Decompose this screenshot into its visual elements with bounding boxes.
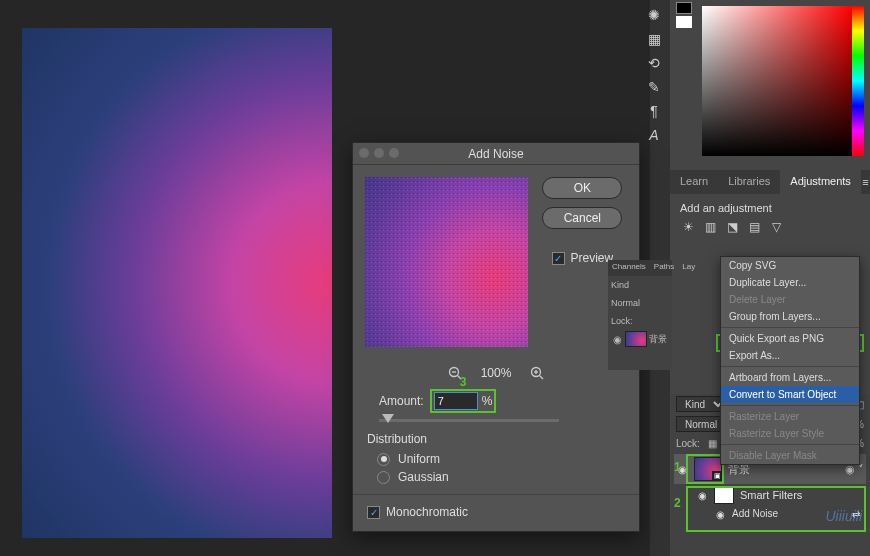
adjustments-title: Add an adjustment: [680, 202, 860, 214]
tab-channels[interactable]: Channels: [608, 260, 650, 276]
dialog-titlebar[interactable]: Add Noise: [353, 143, 639, 165]
ctx-copy-svg[interactable]: Copy SVG: [721, 257, 859, 274]
ctx-disable-mask: Disable Layer Mask: [721, 447, 859, 464]
filter-visibility[interactable]: ◉: [714, 508, 726, 520]
ctx-rasterize: Rasterize Layer: [721, 408, 859, 425]
brush-icon[interactable]: ✎: [642, 76, 666, 98]
layer-thumbnail[interactable]: ▣: [694, 457, 722, 481]
ctx-delete: Delete Layer: [721, 291, 859, 308]
tab-adjustments[interactable]: Adjustments: [780, 170, 861, 194]
add-noise-dialog: Add Noise OK Cancel ✓ Preview 100% Amoun…: [352, 142, 640, 532]
wheel-icon[interactable]: ✺: [642, 4, 666, 26]
sf-visibility[interactable]: ◉: [696, 489, 708, 501]
ctx-duplicate[interactable]: Duplicate Layer...: [721, 274, 859, 291]
amount-highlight: 3 %: [430, 389, 497, 413]
history-icon[interactable]: ⟲: [642, 52, 666, 74]
ctx-convert-smart-object[interactable]: Convert to Smart Object: [721, 386, 859, 403]
filter-mask-thumb[interactable]: [714, 486, 734, 504]
uniform-label: Uniform: [398, 452, 440, 466]
gaussian-radio[interactable]: [377, 471, 390, 484]
zoom-value: 100%: [481, 366, 512, 380]
annotation-3: 3: [460, 375, 467, 389]
vibrance-icon[interactable]: ▽: [768, 220, 784, 234]
exposure-icon[interactable]: ▤: [746, 220, 762, 234]
ctx-artboard[interactable]: Artboard from Layers...: [721, 369, 859, 386]
zoom-in-icon[interactable]: [529, 365, 545, 381]
amount-unit: %: [482, 394, 493, 408]
distribution-label: Distribution: [367, 432, 639, 446]
smart-filters-label: Smart Filters: [740, 489, 802, 501]
color-panel: [670, 0, 870, 170]
slider-thumb[interactable]: [382, 414, 394, 423]
smart-filters-row[interactable]: ◉ Smart Filters: [674, 484, 866, 506]
swatches-icon[interactable]: ▦: [642, 28, 666, 50]
smart-object-badge: ▣: [712, 471, 722, 481]
panel-menu-icon[interactable]: ≡: [861, 170, 870, 194]
type-icon[interactable]: A: [642, 124, 666, 146]
window-controls[interactable]: [359, 148, 399, 158]
document-artwork: [22, 28, 332, 538]
layer-thumb-mini[interactable]: [625, 331, 647, 347]
layer-context-menu: Copy SVG Duplicate Layer... Delete Layer…: [720, 256, 860, 465]
preview-label: Preview: [571, 251, 614, 265]
annotation-1: 1: [674, 460, 681, 474]
vertical-toolbar: ✺ ▦ ⟲ ✎ ¶ A: [642, 0, 670, 200]
gaussian-label: Gaussian: [398, 470, 449, 484]
layers-mini-panel: Channels Paths Lay Kind Normal Lock: ◉背景: [608, 260, 672, 370]
fg-swatch[interactable]: [676, 2, 692, 14]
tab-learn[interactable]: Learn: [670, 170, 718, 194]
filter-add-noise-row[interactable]: ◉Add Noise ⇄: [674, 506, 866, 522]
paragraph-icon[interactable]: ¶: [642, 100, 666, 122]
bg-swatch[interactable]: [676, 16, 692, 28]
color-field[interactable]: [702, 6, 852, 156]
amount-slider[interactable]: [379, 419, 559, 422]
annotation-2: 2: [674, 496, 681, 510]
filter-options-icon[interactable]: ⇄: [852, 509, 860, 520]
preview-checkbox[interactable]: ✓: [552, 252, 565, 265]
amount-label: Amount:: [379, 394, 424, 408]
amount-input[interactable]: [434, 392, 478, 410]
ctx-group[interactable]: Group from Layers...: [721, 308, 859, 325]
ok-button[interactable]: OK: [542, 177, 622, 199]
adjustment-icons: ☀ ▥ ⬔ ▤ ▽: [680, 220, 860, 234]
eye-icon[interactable]: ◉: [611, 333, 623, 345]
hue-slider[interactable]: [852, 6, 864, 156]
ctx-quick-export[interactable]: Quick Export as PNG: [721, 330, 859, 347]
mono-label: Monochromatic: [386, 505, 468, 519]
ctx-export-as[interactable]: Export As...: [721, 347, 859, 364]
noise-preview[interactable]: [365, 177, 528, 347]
tab-libraries[interactable]: Libraries: [718, 170, 780, 194]
mono-checkbox[interactable]: ✓: [367, 506, 380, 519]
tab-paths[interactable]: Paths: [650, 260, 678, 276]
cancel-button[interactable]: Cancel: [542, 207, 622, 229]
svg-line-4: [540, 376, 544, 380]
uniform-radio[interactable]: [377, 453, 390, 466]
tab-lay[interactable]: Lay: [678, 260, 699, 276]
levels-icon[interactable]: ▥: [702, 220, 718, 234]
dialog-title-text: Add Noise: [468, 147, 523, 161]
brightness-icon[interactable]: ☀: [680, 220, 696, 234]
ctx-rasterize-style: Rasterize Layer Style: [721, 425, 859, 442]
curves-icon[interactable]: ⬔: [724, 220, 740, 234]
